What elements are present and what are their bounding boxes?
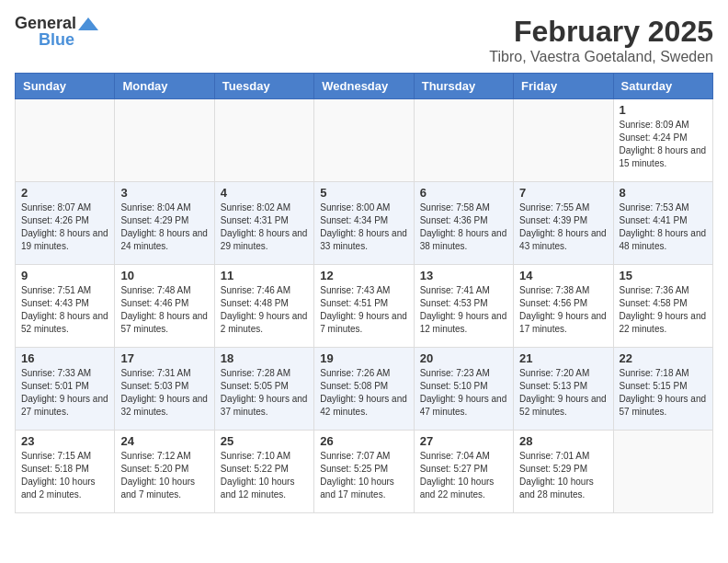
day-info: Sunrise: 7:33 AM Sunset: 5:01 PM Dayligh… <box>21 367 108 419</box>
calendar-cell: 2Sunrise: 8:07 AM Sunset: 4:26 PM Daylig… <box>16 182 115 265</box>
day-info: Sunrise: 7:10 AM Sunset: 5:22 PM Dayligh… <box>221 450 308 501</box>
day-number: 5 <box>320 186 407 200</box>
calendar-cell: 26Sunrise: 7:07 AM Sunset: 5:25 PM Dayli… <box>314 431 414 513</box>
calendar: SundayMondayTuesdayWednesdayThursdayFrid… <box>15 73 713 513</box>
day-info: Sunrise: 7:01 AM Sunset: 5:29 PM Dayligh… <box>519 450 607 501</box>
calendar-cell: 14Sunrise: 7:38 AM Sunset: 4:56 PM Dayli… <box>514 265 613 348</box>
day-number: 24 <box>120 434 208 448</box>
weekday-header-thursday: Thursday <box>414 74 513 99</box>
week-row-4: 16Sunrise: 7:33 AM Sunset: 5:01 PM Dayli… <box>16 348 713 431</box>
day-number: 19 <box>320 351 407 365</box>
week-row-2: 2Sunrise: 8:07 AM Sunset: 4:26 PM Daylig… <box>16 182 713 265</box>
calendar-cell: 1Sunrise: 8:09 AM Sunset: 4:24 PM Daylig… <box>613 99 712 182</box>
day-number: 26 <box>320 434 407 448</box>
calendar-cell: 21Sunrise: 7:20 AM Sunset: 5:13 PM Dayli… <box>514 348 613 431</box>
day-info: Sunrise: 7:26 AM Sunset: 5:08 PM Dayligh… <box>320 367 407 419</box>
day-number: 11 <box>221 269 308 282</box>
calendar-cell: 7Sunrise: 7:55 AM Sunset: 4:39 PM Daylig… <box>514 182 613 265</box>
day-number: 18 <box>221 351 308 365</box>
day-number: 27 <box>420 434 507 448</box>
calendar-cell <box>514 99 613 182</box>
calendar-cell: 9Sunrise: 7:51 AM Sunset: 4:43 PM Daylig… <box>16 265 115 348</box>
day-number: 9 <box>21 269 108 282</box>
calendar-cell: 22Sunrise: 7:18 AM Sunset: 5:15 PM Dayli… <box>613 348 712 431</box>
day-number: 21 <box>519 351 607 365</box>
day-number: 25 <box>221 434 308 448</box>
svg-marker-0 <box>78 17 98 30</box>
day-number: 17 <box>120 351 208 365</box>
calendar-cell: 19Sunrise: 7:26 AM Sunset: 5:08 PM Dayli… <box>314 348 414 431</box>
calendar-cell: 10Sunrise: 7:48 AM Sunset: 4:46 PM Dayli… <box>115 265 214 348</box>
calendar-cell: 6Sunrise: 7:58 AM Sunset: 4:36 PM Daylig… <box>414 182 513 265</box>
day-info: Sunrise: 7:36 AM Sunset: 4:58 PM Dayligh… <box>620 284 707 336</box>
day-info: Sunrise: 8:07 AM Sunset: 4:26 PM Dayligh… <box>21 201 108 253</box>
calendar-cell <box>115 99 214 182</box>
day-info: Sunrise: 7:46 AM Sunset: 4:48 PM Dayligh… <box>221 284 308 336</box>
day-number: 1 <box>620 103 707 117</box>
day-number: 16 <box>21 351 108 365</box>
day-number: 23 <box>21 434 108 448</box>
calendar-cell: 4Sunrise: 8:02 AM Sunset: 4:31 PM Daylig… <box>214 182 313 265</box>
day-number: 14 <box>519 269 607 282</box>
day-info: Sunrise: 7:55 AM Sunset: 4:39 PM Dayligh… <box>519 201 607 253</box>
location-title: Tibro, Vaestra Goetaland, Sweden <box>489 49 713 65</box>
calendar-cell: 28Sunrise: 7:01 AM Sunset: 5:29 PM Dayli… <box>514 431 613 513</box>
calendar-cell <box>16 99 115 182</box>
day-info: Sunrise: 7:18 AM Sunset: 5:15 PM Dayligh… <box>620 367 707 419</box>
day-number: 13 <box>420 269 507 282</box>
day-info: Sunrise: 8:04 AM Sunset: 4:29 PM Dayligh… <box>120 201 208 253</box>
day-info: Sunrise: 8:09 AM Sunset: 4:24 PM Dayligh… <box>620 119 707 170</box>
day-info: Sunrise: 8:02 AM Sunset: 4:31 PM Dayligh… <box>221 201 308 253</box>
calendar-cell: 25Sunrise: 7:10 AM Sunset: 5:22 PM Dayli… <box>214 431 313 513</box>
calendar-cell <box>214 99 313 182</box>
header: General Blue February 2025 Tibro, Vaestr… <box>15 15 713 65</box>
day-number: 15 <box>620 269 707 282</box>
calendar-cell: 27Sunrise: 7:04 AM Sunset: 5:27 PM Dayli… <box>414 431 513 513</box>
day-info: Sunrise: 7:53 AM Sunset: 4:41 PM Dayligh… <box>620 201 707 253</box>
logo-bird-icon <box>78 16 98 32</box>
day-number: 2 <box>21 186 108 200</box>
calendar-cell: 16Sunrise: 7:33 AM Sunset: 5:01 PM Dayli… <box>16 348 115 431</box>
weekday-header-row: SundayMondayTuesdayWednesdayThursdayFrid… <box>16 74 713 99</box>
day-number: 22 <box>620 351 707 365</box>
logo-blue: Blue <box>39 31 74 50</box>
day-info: Sunrise: 7:07 AM Sunset: 5:25 PM Dayligh… <box>320 450 407 501</box>
day-info: Sunrise: 7:41 AM Sunset: 4:53 PM Dayligh… <box>420 284 507 336</box>
day-info: Sunrise: 7:51 AM Sunset: 4:43 PM Dayligh… <box>21 284 108 336</box>
day-number: 8 <box>620 186 707 200</box>
calendar-cell: 3Sunrise: 8:04 AM Sunset: 4:29 PM Daylig… <box>115 182 214 265</box>
calendar-cell: 23Sunrise: 7:15 AM Sunset: 5:18 PM Dayli… <box>16 431 115 513</box>
calendar-cell: 11Sunrise: 7:46 AM Sunset: 4:48 PM Dayli… <box>214 265 313 348</box>
day-info: Sunrise: 7:43 AM Sunset: 4:51 PM Dayligh… <box>320 284 407 336</box>
day-info: Sunrise: 7:31 AM Sunset: 5:03 PM Dayligh… <box>120 367 208 419</box>
calendar-cell <box>613 431 712 513</box>
calendar-cell: 24Sunrise: 7:12 AM Sunset: 5:20 PM Dayli… <box>115 431 214 513</box>
day-number: 6 <box>420 186 507 200</box>
day-info: Sunrise: 7:23 AM Sunset: 5:10 PM Dayligh… <box>420 367 507 419</box>
day-number: 28 <box>519 434 607 448</box>
day-info: Sunrise: 7:15 AM Sunset: 5:18 PM Dayligh… <box>21 450 108 501</box>
day-info: Sunrise: 7:38 AM Sunset: 4:56 PM Dayligh… <box>519 284 607 336</box>
day-number: 4 <box>221 186 308 200</box>
day-number: 7 <box>519 186 607 200</box>
day-info: Sunrise: 7:12 AM Sunset: 5:20 PM Dayligh… <box>120 450 208 501</box>
weekday-header-friday: Friday <box>514 74 613 99</box>
day-info: Sunrise: 8:00 AM Sunset: 4:34 PM Dayligh… <box>320 201 407 253</box>
week-row-3: 9Sunrise: 7:51 AM Sunset: 4:43 PM Daylig… <box>16 265 713 348</box>
week-row-1: 1Sunrise: 8:09 AM Sunset: 4:24 PM Daylig… <box>16 99 713 182</box>
weekday-header-monday: Monday <box>115 74 214 99</box>
week-row-5: 23Sunrise: 7:15 AM Sunset: 5:18 PM Dayli… <box>16 431 713 513</box>
day-number: 20 <box>420 351 507 365</box>
calendar-cell: 12Sunrise: 7:43 AM Sunset: 4:51 PM Dayli… <box>314 265 414 348</box>
weekday-header-saturday: Saturday <box>613 74 712 99</box>
calendar-cell <box>414 99 513 182</box>
day-number: 10 <box>120 269 208 282</box>
calendar-cell: 18Sunrise: 7:28 AM Sunset: 5:05 PM Dayli… <box>214 348 313 431</box>
calendar-cell: 8Sunrise: 7:53 AM Sunset: 4:41 PM Daylig… <box>613 182 712 265</box>
calendar-cell: 15Sunrise: 7:36 AM Sunset: 4:58 PM Dayli… <box>613 265 712 348</box>
logo: General Blue <box>15 15 98 50</box>
calendar-cell <box>314 99 414 182</box>
weekday-header-wednesday: Wednesday <box>314 74 414 99</box>
title-section: February 2025 Tibro, Vaestra Goetaland, … <box>489 15 713 65</box>
day-info: Sunrise: 7:28 AM Sunset: 5:05 PM Dayligh… <box>221 367 308 419</box>
